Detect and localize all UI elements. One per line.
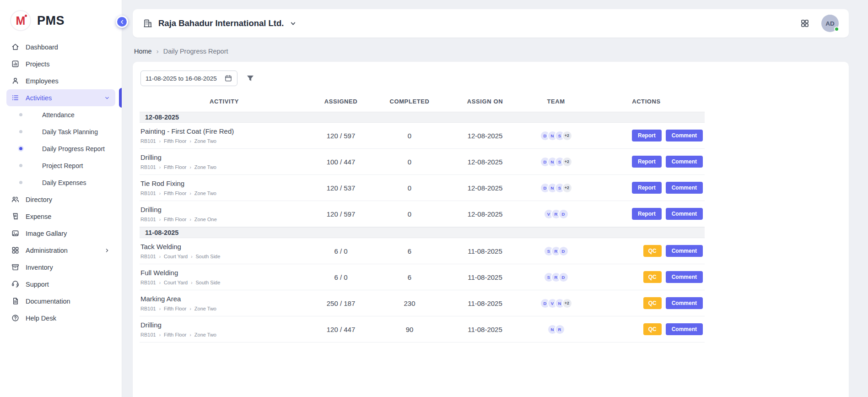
funnel-icon[interactable] [246,74,255,83]
avatar[interactable]: AD [821,15,839,32]
sidebar-item-administration[interactable]: Administration [6,242,115,259]
path-segment: Fifth Floor [164,138,187,144]
comment-button[interactable]: Comment [666,323,703,335]
chevron-right-icon [103,247,111,254]
comment-button[interactable]: Comment [666,297,703,309]
employee-icon [11,76,20,85]
activity-title: Drilling [140,153,306,161]
table-body: 12-08-2025 Painting - First Coat (Fire R… [140,112,705,343]
sidebar-subitem-daily-expenses[interactable]: Daily Expenses [6,174,115,191]
report-button[interactable]: Report [632,208,662,220]
sidebar-subitem-daily-progress-report[interactable]: Daily Progress Report [6,140,115,157]
sidebar-item-projects[interactable]: Projects [6,55,115,72]
team-avatar: D [558,209,569,219]
progress-table: ACTIVITYASSIGNEDCOMPLETEDASSIGN ONTEAMAC… [140,91,705,343]
chevron-right-icon: › [156,47,159,55]
activity-row: Painting - First Coat (Fire Red) RB101›F… [140,123,705,149]
path-segment: Fifth Floor [164,217,187,222]
grid-icon [11,246,20,255]
assign-on-value: 12-08-2025 [446,158,524,166]
qc-button[interactable]: QC [643,271,662,283]
breadcrumb-current: Daily Progress Report [163,48,228,55]
comment-button[interactable]: Comment [666,245,703,257]
bullet-dot-icon [19,147,22,150]
path-segment: Court Yard [164,280,188,285]
sidebar-item-activities[interactable]: Activities [6,89,115,106]
chevron-right-icon: › [159,191,161,196]
column-header-actions: ACTIONS [588,98,705,105]
sidebar-collapse-button[interactable] [116,16,128,28]
sidebar-subitem-daily-task-planning[interactable]: Daily Task Planning [6,123,115,140]
path-segment: Zone Two [194,164,216,170]
path-segment: RB101 [140,332,156,337]
comment-button[interactable]: Comment [666,208,703,220]
comment-button[interactable]: Comment [666,182,703,194]
sidebar-item-inventory[interactable]: Inventory [6,259,115,276]
calendar-icon[interactable] [224,74,232,82]
report-button[interactable]: Report [632,156,662,168]
team-avatar: D [558,272,569,283]
activity-cell: Drilling RB101›Fifth Floor›Zone One [140,202,309,226]
path-segment: South Side [196,254,221,259]
directory-icon [11,195,20,204]
actions-cell: QCComment [588,271,705,283]
comment-button[interactable]: Comment [666,271,703,283]
qc-button[interactable]: QC [643,245,662,257]
breadcrumb-home[interactable]: Home [134,48,152,55]
breadcrumb: Home › Daily Progress Report [134,47,847,55]
bullet-dot-icon [19,113,22,116]
path-segment: South Side [196,280,221,285]
team-cell: SRD [524,246,588,256]
date-range-picker[interactable] [140,71,237,86]
qc-button[interactable]: QC [643,297,662,309]
logo-icon: M [10,10,31,31]
sidebar-item-help-desk[interactable]: Help Desk [6,310,115,326]
avatar-initials: AD [825,20,835,27]
qc-button[interactable]: QC [643,323,662,335]
path-segment: RB101 [140,190,156,196]
completed-value: 0 [373,132,446,140]
path-segment: Zone One [194,217,217,222]
company-name: Raja Bahadur International Ltd. [158,18,284,28]
comment-button[interactable]: Comment [666,130,703,141]
main-area: Raja Bahadur International Ltd. AD Home … [122,0,868,397]
support-icon [11,280,20,288]
sidebar-subitem-attendance[interactable]: Attendance [6,106,115,123]
sidebar-item-employees[interactable]: Employees [6,72,115,89]
sidebar-item-directory[interactable]: Directory [6,191,115,208]
sidebar-item-label: Support [26,281,111,288]
apps-grid-icon[interactable] [800,19,809,28]
chevron-right-icon: › [190,191,191,196]
content-card: ACTIVITYASSIGNEDCOMPLETEDASSIGN ONTEAMAC… [133,62,849,397]
assigned-value: 120 / 537 [309,184,373,192]
sidebar-item-expense[interactable]: Expense [6,208,115,225]
completed-value: 0 [373,210,446,218]
chevron-right-icon: › [190,217,191,222]
home-icon [11,43,20,51]
path-segment: RB101 [140,164,156,170]
activity-path: RB101›Fifth Floor›Zone Two [140,306,306,311]
activity-title: Painting - First Coat (Fire Red) [140,127,306,135]
activity-title: Drilling [140,206,306,213]
activity-path: RB101›Court Yard›South Side [140,254,306,259]
sidebar-item-label: Help Desk [26,315,111,322]
comment-button[interactable]: Comment [666,156,703,168]
sidebar-item-documentation[interactable]: Documentation [6,293,115,310]
receipt-icon [11,212,20,221]
assigned-value: 6 / 0 [309,273,373,281]
company-selector[interactable]: Raja Bahadur International Ltd. [143,18,297,28]
date-range-input[interactable] [146,75,220,82]
team-cell: DNS+2 [524,183,588,193]
report-button[interactable]: Report [632,130,662,141]
sidebar-item-dashboard[interactable]: Dashboard [6,38,115,55]
activity-path: RB101›Court Yard›South Side [140,280,306,285]
report-button[interactable]: Report [632,182,662,194]
chevron-right-icon: › [191,254,192,259]
activity-cell: Tack Welding RB101›Court Yard›South Side [140,239,309,263]
sidebar-item-image-gallery[interactable]: Image Gallary [6,225,115,242]
completed-value: 0 [373,184,446,192]
sidebar-subitem-project-report[interactable]: Project Report [6,157,115,174]
sidebar-item-support[interactable]: Support [6,276,115,293]
team-avatar: D [558,246,569,256]
path-segment: Zone Two [194,306,216,311]
